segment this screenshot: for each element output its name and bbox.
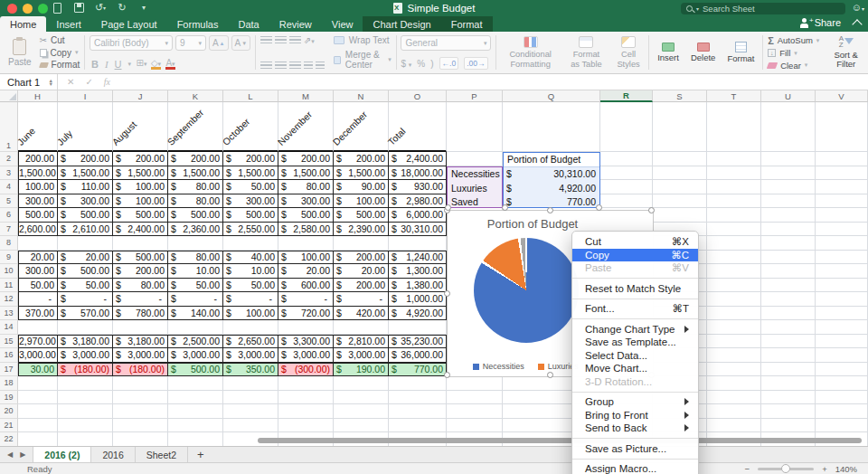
fill-button[interactable]: ↓Fill▾ <box>768 48 819 58</box>
orientation-icon[interactable]: ⇗▾ <box>304 35 315 45</box>
cell-P20[interactable] <box>447 404 503 419</box>
cell-U17[interactable] <box>761 363 816 377</box>
decrease-font-button[interactable]: A▼ <box>231 35 251 51</box>
cell-L16[interactable]: $3,000.00 <box>223 348 278 363</box>
autosum-button[interactable]: ΣAutoSum▾ <box>768 35 819 46</box>
cell-M4[interactable]: $80.00 <box>278 180 334 194</box>
cell-I15[interactable]: $3,180.00 <box>58 335 113 349</box>
range-handle[interactable] <box>502 204 508 211</box>
cell-K5[interactable]: $80.00 <box>168 194 223 209</box>
menu-item-cut[interactable]: Cut⌘X <box>572 235 698 249</box>
cell-K22[interactable] <box>168 432 223 446</box>
cell-K20[interactable] <box>168 404 223 419</box>
cell-T6[interactable] <box>707 208 761 223</box>
cell-V17[interactable] <box>816 363 868 377</box>
range-handle[interactable] <box>596 204 602 211</box>
cell-O13[interactable]: $4,920.00 <box>389 307 447 321</box>
cell-J4[interactable]: $100.00 <box>113 180 168 194</box>
conditional-formatting-button[interactable]: Conditional Formatting <box>501 36 560 68</box>
cell-U2[interactable] <box>761 152 816 166</box>
cell-I3[interactable]: $1,500.00 <box>58 166 113 181</box>
cell-U19[interactable] <box>761 391 816 405</box>
clear-button[interactable]: Clear▾ <box>768 61 819 71</box>
sheet-tab-2016-2[interactable]: 2016 (2) <box>33 447 91 462</box>
comma-format-button[interactable]: ) <box>430 59 433 69</box>
cell-S5[interactable] <box>653 194 707 209</box>
cell-L4[interactable]: $50.00 <box>223 180 278 194</box>
cell-K7[interactable]: $2,360.00 <box>168 223 223 237</box>
cell-U11[interactable] <box>761 279 816 293</box>
cell-I2[interactable]: $200.00 <box>58 152 113 166</box>
cell-L8[interactable] <box>223 236 278 251</box>
cell-H15[interactable]: 2,970.00 <box>18 335 58 349</box>
row-header-13[interactable]: 13 <box>0 307 18 321</box>
confirm-icon[interactable]: ✓ <box>85 77 92 87</box>
cell-T10[interactable] <box>707 264 761 279</box>
align-left-icon[interactable] <box>260 62 272 70</box>
cell-I16[interactable]: $3,000.00 <box>58 348 113 363</box>
cell-I11[interactable]: $50.00 <box>58 279 113 293</box>
cell-T16[interactable] <box>707 348 761 363</box>
cell-M20[interactable] <box>278 404 334 419</box>
cell-V10[interactable] <box>816 264 868 279</box>
menu-item-assign-macro[interactable]: Assign Macro... <box>572 462 698 474</box>
cell-T11[interactable] <box>707 279 761 293</box>
row-header-20[interactable]: 20 <box>0 404 18 419</box>
column-header-L[interactable]: L <box>223 90 278 102</box>
cell-O18[interactable] <box>389 376 447 391</box>
column-header-P[interactable]: P <box>447 90 503 102</box>
cell-L19[interactable] <box>223 391 278 405</box>
menu-item-font[interactable]: Font...⌘T <box>572 302 698 316</box>
menu-item-select-data[interactable]: Select Data... <box>572 349 698 363</box>
cell-J15[interactable]: $3,180.00 <box>113 335 168 349</box>
row-header-6[interactable]: 6 <box>0 208 18 223</box>
cell-I21[interactable] <box>58 419 113 433</box>
zoom-out-button[interactable]: − <box>745 464 750 474</box>
search-input[interactable]: ▾ Search Sheet <box>681 3 845 14</box>
cell-R1[interactable] <box>600 102 653 152</box>
cell-O11[interactable]: $1,380.00 <box>389 279 447 293</box>
cell-R2[interactable] <box>600 152 653 166</box>
cell-H16[interactable]: 3,000.00 <box>18 348 58 363</box>
cell-H1[interactable]: June <box>18 102 58 152</box>
cell-N20[interactable] <box>334 404 389 419</box>
cell-V6[interactable] <box>816 208 868 223</box>
cell-M21[interactable] <box>278 419 334 433</box>
chart-value-range[interactable]: Portion of Budget$30,310.00$4,920.00$770… <box>503 152 600 208</box>
cell-M9[interactable]: $100.00 <box>278 251 334 265</box>
cell-R4[interactable] <box>600 180 653 194</box>
italic-button[interactable]: I <box>105 59 108 70</box>
column-header-U[interactable]: U <box>761 90 816 102</box>
cell-I4[interactable]: $110.00 <box>58 180 113 194</box>
cell-H8[interactable] <box>18 236 58 251</box>
cell-U18[interactable] <box>761 376 816 391</box>
cell-S6[interactable] <box>653 208 707 223</box>
ribbon-tab-insert[interactable]: Insert <box>46 16 91 32</box>
cell-V9[interactable] <box>816 251 868 265</box>
cell-L11[interactable]: $50.00 <box>223 279 278 293</box>
cell-T18[interactable] <box>707 376 761 391</box>
chart-resize-handle[interactable] <box>444 290 450 297</box>
ribbon-tab-data[interactable]: Data <box>228 16 269 32</box>
cell-J6[interactable]: $500.00 <box>113 208 168 223</box>
column-header-K[interactable]: K <box>168 90 223 102</box>
cell-J5[interactable]: $100.00 <box>113 194 168 209</box>
cell-N3[interactable]: $1,500.00 <box>334 166 389 181</box>
cell-I22[interactable] <box>58 432 113 446</box>
delete-cells-button[interactable]: Delete <box>687 43 719 62</box>
cell-O17[interactable]: $770.00 <box>389 363 447 377</box>
cell-J13[interactable]: $780.00 <box>113 307 168 321</box>
cell-L17[interactable]: $350.00 <box>223 363 278 377</box>
row-header-15[interactable]: 15 <box>0 335 18 349</box>
cell-J22[interactable] <box>113 432 168 446</box>
cell-H3[interactable]: 1,500.00 <box>18 166 58 181</box>
cell-N6[interactable]: $500.00 <box>334 208 389 223</box>
cell-O3[interactable]: $18,000.00 <box>389 166 447 181</box>
cell-L1[interactable]: October <box>223 102 278 152</box>
cell-H2[interactable]: 200.00 <box>18 152 58 166</box>
cell-K8[interactable] <box>168 236 223 251</box>
cell-O5[interactable]: $2,980.00 <box>389 194 447 209</box>
align-bottom-icon[interactable] <box>289 36 301 44</box>
cell-J18[interactable] <box>113 376 168 391</box>
cell-O2[interactable]: $2,400.00 <box>389 152 447 166</box>
